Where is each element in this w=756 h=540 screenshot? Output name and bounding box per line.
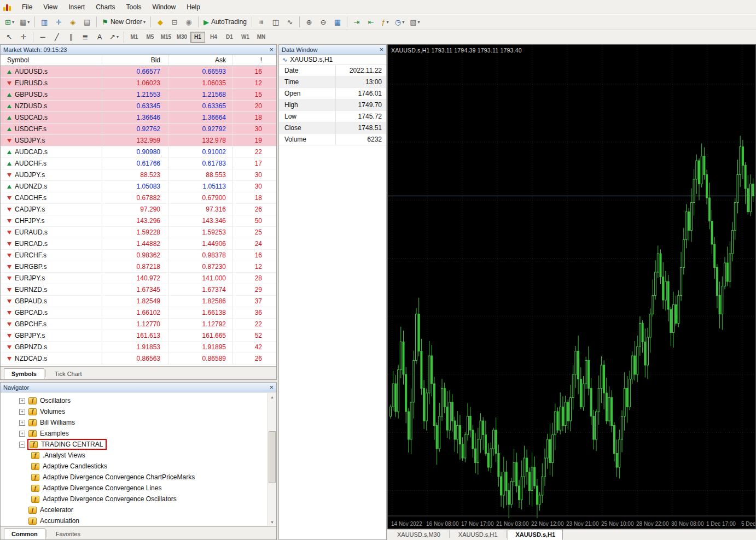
timeframe-m15[interactable]: M15 [159,32,173,43]
fibonacci-tool[interactable]: ≣ [79,31,92,43]
market-watch-row[interactable]: EURAUD.s1.592281.5925325 [1,227,276,238]
terminal-toggle[interactable]: ▤ [80,16,94,28]
expand-plus-icon[interactable]: + [19,409,25,415]
market-watch-row[interactable]: USDCAD.s1.366461.3666418 [1,112,276,124]
chart-tab-xauusd-s-h1[interactable]: XAUUSD.s,H1 [451,529,505,540]
market-watch-row[interactable]: EURNZD.s1.673451.6737429 [1,284,276,296]
profiles-button[interactable]: ▦▾ [18,16,32,28]
timeframe-w1[interactable]: W1 [238,32,253,43]
tree-item[interactable]: +ƒOscillators [1,395,267,406]
market-watch-row[interactable]: GBPUSD.s1.215531.2156815 [1,89,276,101]
community-button[interactable]: ◉ [182,16,195,28]
market-watch-row[interactable]: GBPCAD.s1.661021.6613836 [1,307,276,319]
tree-item[interactable]: ƒ.Analyst Views [1,450,267,461]
arrows-tool[interactable]: ↗▾ [107,31,121,43]
indicators-button[interactable]: ƒ▾ [379,16,392,28]
expand-plus-icon[interactable]: + [19,420,25,426]
timeframe-m30[interactable]: M30 [175,32,189,43]
tree-item[interactable]: +ƒBill Williams [1,417,267,428]
chart-tab-xauusd-s-m30[interactable]: XAUUSD.s,M30 [389,529,448,540]
market-watch-row[interactable]: AUDJPY.s88.52388.55330 [1,169,276,181]
scrollbar-thumb[interactable] [269,431,276,483]
column-header-ask[interactable]: Ask [168,55,233,65]
market-watch-row[interactable]: NZDCAD.s0.865630.8658926 [1,353,276,365]
market-watch-row[interactable]: NZDUSD.s0.633450.6336520 [1,101,276,112]
tree-item[interactable]: ƒAdaptive Candlesticks [1,461,267,472]
templates-button[interactable]: ▧▾ [408,16,422,28]
market-watch-row[interactable]: CHFJPY.s143.296143.34650 [1,215,276,227]
trendline-tool[interactable]: ╱ [50,31,63,43]
market-watch-row[interactable]: CADJPY.s97.29097.31626 [1,204,276,215]
text-tool[interactable]: A [93,31,106,43]
column-header-bid[interactable]: Bid [102,55,168,65]
timeframe-h4[interactable]: H4 [206,32,221,43]
market-watch-row[interactable]: EURCHF.s0.983620.9837816 [1,250,276,261]
column-header-symbol[interactable]: Symbol [1,55,102,65]
autotrading-button[interactable]: ▶AutoTrading [201,16,249,28]
market-watch-row[interactable]: AUDCAD.s0.909800.9100222 [1,146,276,158]
market-watch-row[interactable]: GBPJPY.s161.613161.66552 [1,330,276,342]
expand-plus-icon[interactable]: + [19,431,25,437]
timeframe-m5[interactable]: M5 [143,32,158,43]
auto-scroll-button[interactable]: ⇥ [350,16,363,28]
market-watch-row[interactable]: EURCAD.s1.448821.4490624 [1,238,276,250]
close-icon[interactable]: × [379,46,383,53]
cursor-tool[interactable]: ↖ [3,31,16,43]
tab-tick-chart[interactable]: Tick Chart [47,368,90,379]
tree-item[interactable]: ƒAdaptive Divergence Convergence Lines [1,483,267,494]
crosshair-tool[interactable]: ✛ [17,31,30,43]
data-window-toggle[interactable]: ✛ [52,16,65,28]
market-watch-toggle[interactable]: ▥ [38,16,51,28]
tile-windows-button[interactable]: ▦ [331,16,344,28]
chart-shift-button[interactable]: ⇤ [364,16,377,28]
market-watch-row[interactable]: GBPCHF.s1.127701.1279222 [1,319,276,330]
timeframe-m1[interactable]: M1 [127,32,142,43]
expand-plus-icon[interactable]: + [19,398,25,404]
tree-item[interactable]: ƒAccumulation [1,515,267,526]
market-watch-row[interactable]: USDJPY.s132.959132.97819 [1,135,276,146]
new-order-button[interactable]: ⚑New Order▾ [100,16,148,28]
timeframe-d1[interactable]: D1 [222,32,237,43]
tree-item[interactable]: −ƒTRADING CENTRAL [1,439,267,450]
new-chart-button[interactable]: ⊞▾ [3,16,16,28]
zoom-out-button[interactable]: ⊖ [317,16,330,28]
market-watch-row[interactable]: EURJPY.s140.972141.00028 [1,273,276,284]
market-watch-row[interactable]: CADCHF.s0.678820.6790018 [1,192,276,204]
tree-item[interactable]: ƒAdaptive Divergence Convergence Oscilla… [1,494,267,504]
collapse-minus-icon[interactable]: − [19,442,25,448]
chart-tab-xauusd-s-h1[interactable]: XAUUSD.s,H1 [508,529,563,540]
tree-item[interactable]: ƒAdaptive Divergence Convergence ChartPr… [1,472,267,483]
zoom-in-button[interactable]: ⊕ [303,16,316,28]
periods-button[interactable]: ◷▾ [393,16,406,28]
menu-insert[interactable]: Insert [63,1,90,13]
market-watch-row[interactable]: USDCHF.s0.927620.9279230 [1,124,276,135]
column-header-spread[interactable]: ! [233,55,276,65]
tab-common[interactable]: Common [4,529,45,539]
market-watch-row[interactable]: AUDUSD.s0.665770.6659316 [1,66,276,78]
market-watch-row[interactable]: GBPNZD.s1.918531.9189542 [1,342,276,353]
market-watch-row[interactable]: GBPAUD.s1.825491.8258637 [1,296,276,307]
metaeditor-button[interactable]: ◆ [154,16,167,28]
navigator-toggle[interactable]: ◈ [66,16,79,28]
tree-item[interactable]: +ƒVolumes [1,406,267,417]
candles-button[interactable]: ◫ [269,16,282,28]
line-chart-button[interactable]: ∿ [283,16,296,28]
scroll-down-icon[interactable]: ▼ [268,518,276,526]
timeframe-mn[interactable]: MN [254,32,269,43]
close-icon[interactable]: × [269,46,274,53]
market-watch-row[interactable]: EURGBP.s0.872180.8723012 [1,261,276,273]
menu-window[interactable]: Window [147,1,182,13]
tree-item[interactable]: ƒAccelerator [1,504,267,515]
tree-item[interactable]: +ƒExamples [1,428,267,439]
market-watch-row[interactable]: AUDCHF.s0.617660.6178317 [1,158,276,169]
market-watch-row[interactable]: AUDNZD.s1.050831.0511330 [1,181,276,192]
menu-help[interactable]: Help [181,1,206,13]
print-button[interactable]: ⊟ [168,16,181,28]
menu-charts[interactable]: Charts [90,1,120,13]
tab-favorites[interactable]: Favorites [48,529,88,539]
scroll-up-icon[interactable]: ▲ [268,393,276,401]
chart-plot[interactable] [388,45,756,518]
chart-window[interactable]: XAUUSD.s,H1 1793.11 1794.39 1793.11 1793… [387,44,756,529]
menu-file[interactable]: File [16,1,38,13]
tab-symbols[interactable]: Symbols [4,368,44,379]
